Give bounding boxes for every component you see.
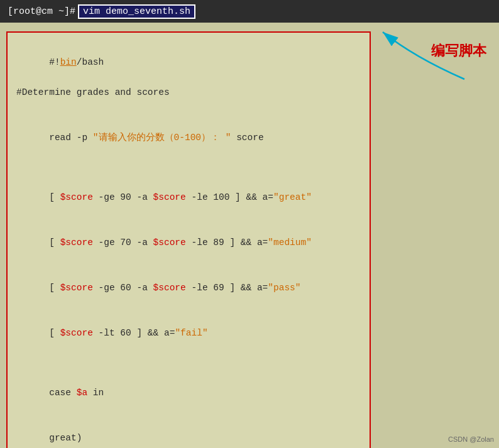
code-line-1: #!bin/bash [16,40,361,85]
code-line-11: case $a in [16,371,361,416]
code-line-3 [16,101,361,116]
code-line-8: [ $score -ge 60 -a $score -le 69 ] && a=… [16,266,361,311]
code-line-12: great) [16,416,361,448]
code-line-4: read -p "请输入你的分数（0-100）： " score [16,116,361,161]
code-box: #!bin/bash #Determine grades and scores … [6,31,371,448]
code-line-7: [ $score -ge 70 -a $score -le 89 ] && a=… [16,221,361,266]
watermark: CSDN @Zolan [448,435,494,443]
code-line-6: [ $score -ge 90 -a $score -le 100 ] && a… [16,175,361,221]
code-line-10 [16,356,361,371]
code-line-2: #Determine grades and scores [16,85,361,101]
terminal-header: [root@cm ~]# vim demo_seventh.sh [0,0,499,23]
vim-command: vim demo_seventh.sh [78,4,195,19]
annotation-label: 编写脚本 [431,41,486,60]
prompt: [root@cm ~]# [8,6,75,17]
code-line-5 [16,160,361,175]
code-line-9: [ $score -lt 60 ] && a="fail" [16,311,361,356]
main-area: 编写脚本 #!bin/bash #Determine grades and sc… [0,23,499,448]
